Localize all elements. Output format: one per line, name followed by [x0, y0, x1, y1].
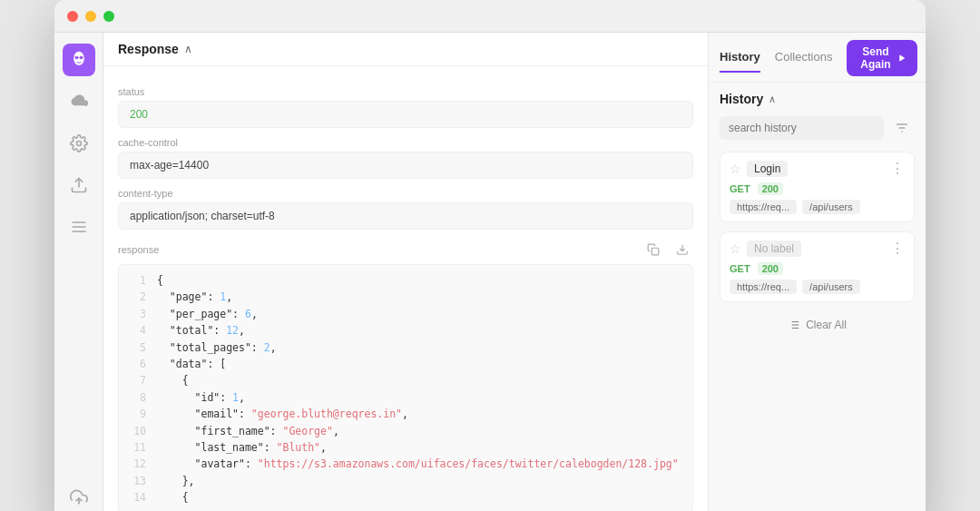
svg-point-1 — [74, 56, 78, 59]
main-content: Response ∧ status 200 cache-control max-… — [103, 33, 708, 511]
star-icon-2[interactable]: ☆ — [730, 241, 741, 256]
code-icons — [642, 239, 693, 260]
code-line: 8 "id": 1, — [128, 389, 683, 406]
url-pill-1a: https://req... — [730, 200, 797, 214]
copy-icon[interactable] — [642, 239, 664, 260]
code-line: 5 "total_pages": 2, — [128, 339, 683, 356]
history-item-2-header: ☆ No label ⋮ — [730, 240, 905, 257]
code-line: 13 }, — [128, 473, 683, 489]
history-item-1-header: ☆ Login ⋮ — [730, 160, 905, 177]
tab-history[interactable]: History — [720, 50, 760, 73]
response-label-row: response — [118, 239, 693, 260]
code-line: 6 "data": [ — [128, 356, 683, 372]
history-item-2: ☆ No label ⋮ GET 200 https://req... /api… — [720, 231, 915, 302]
history-item-1-urls: https://req... /api/users — [730, 200, 905, 214]
sidebar — [54, 33, 103, 511]
send-again-label: Send Again — [858, 45, 893, 71]
sidebar-icon-cloud2[interactable] — [63, 481, 95, 511]
status-label: status — [118, 86, 693, 97]
code-line: 14 { — [128, 489, 683, 506]
response-code-label: response — [118, 244, 159, 255]
response-header: Response ∧ — [103, 33, 708, 66]
filter-icon[interactable] — [889, 115, 915, 141]
close-button[interactable] — [67, 11, 78, 22]
svg-marker-10 — [900, 55, 905, 61]
status-badge-2: 200 — [758, 262, 783, 275]
history-section-title: History — [720, 92, 763, 106]
response-section: response — [118, 239, 693, 511]
history-item-2-label: No label — [747, 241, 801, 257]
clear-all-label: Clear All — [806, 319, 847, 331]
history-item-1-label: Login — [747, 161, 788, 177]
svg-point-2 — [79, 56, 83, 59]
history-section: History ∧ — [709, 83, 926, 511]
url-pill-2b: /api/users — [802, 280, 860, 294]
star-icon-1[interactable]: ☆ — [730, 162, 741, 176]
sidebar-icon-alien[interactable] — [63, 44, 95, 76]
status-badge-1: 200 — [758, 182, 783, 195]
history-item-1: ☆ Login ⋮ GET 200 https://req... /api/us… — [720, 152, 915, 222]
code-block: 1{ 2 "page": 1, 3 "per_page": 6, 4 "tota… — [118, 264, 693, 511]
content-type-label: content-type — [118, 188, 693, 199]
method-badge-1: GET — [730, 183, 750, 194]
code-line: 4 "total": 12, — [128, 322, 683, 339]
code-line: 3 "per_page": 6, — [128, 306, 683, 322]
history-chevron-icon: ∧ — [769, 93, 776, 105]
clear-all-button[interactable]: Clear All — [720, 311, 915, 339]
send-again-button[interactable]: Send Again — [847, 40, 916, 76]
app-window: Response ∧ status 200 cache-control max-… — [54, 0, 926, 511]
response-body: status 200 cache-control max-age=14400 c… — [103, 66, 708, 511]
code-line: 7 { — [128, 372, 683, 388]
right-panel: History Collections Send Again History ∧ — [708, 33, 926, 511]
code-line: 12 "avatar": "https://s3.amazonaws.com/u… — [128, 456, 683, 472]
url-pill-1b: /api/users — [802, 200, 860, 214]
history-item-2-meta: GET 200 — [730, 262, 905, 275]
cache-control-label: cache-control — [118, 137, 693, 148]
sidebar-icon-upload[interactable] — [63, 169, 95, 201]
code-line: 11 "last_name": "Bluth", — [128, 439, 683, 456]
maximize-button[interactable] — [103, 11, 114, 22]
response-title: Response — [118, 42, 179, 56]
sidebar-icon-cloud[interactable] — [63, 85, 95, 118]
svg-point-3 — [76, 142, 81, 146]
code-line: 1{ — [128, 272, 683, 289]
history-search-input[interactable] — [720, 116, 884, 140]
titlebar — [54, 0, 926, 33]
response-chevron-icon: ∧ — [184, 43, 192, 55]
content-type-value: application/json; charset=utf-8 — [118, 202, 693, 230]
tab-collections[interactable]: Collections — [775, 50, 833, 73]
minimize-button[interactable] — [85, 11, 96, 22]
status-value: 200 — [118, 101, 693, 128]
code-line: 10 "first_name": "George", — [128, 423, 683, 439]
code-line: 9 "email": "george.bluth@reqres.in", — [128, 406, 683, 422]
sidebar-icon-menu[interactable] — [63, 211, 95, 243]
app-body: Response ∧ status 200 cache-control max-… — [54, 33, 926, 511]
download-icon[interactable] — [671, 239, 693, 260]
right-tabs: History Collections Send Again — [709, 33, 926, 83]
search-row — [720, 115, 915, 141]
history-item-2-urls: https://req... /api/users — [730, 280, 905, 294]
more-icon-1[interactable]: ⋮ — [890, 160, 905, 177]
svg-rect-8 — [652, 248, 659, 255]
cache-control-value: max-age=14400 — [118, 152, 693, 179]
code-line: 2 "page": 1, — [128, 289, 683, 305]
history-item-1-meta: GET 200 — [730, 182, 905, 195]
history-header-row: History ∧ — [720, 92, 915, 106]
sidebar-icon-settings[interactable] — [63, 127, 95, 160]
url-pill-2a: https://req... — [730, 280, 797, 294]
more-icon-2[interactable]: ⋮ — [890, 240, 905, 257]
method-badge-2: GET — [730, 263, 750, 274]
